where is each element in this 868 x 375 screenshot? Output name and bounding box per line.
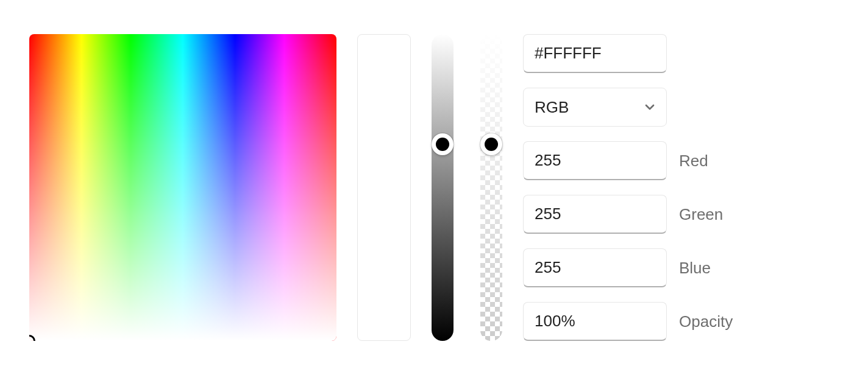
alpha-slider-track	[480, 34, 502, 341]
lightness-slider-handle[interactable]	[432, 133, 454, 155]
opacity-field-row: Opacity	[523, 302, 733, 341]
color-picker: RGB Red Green Blue Opacity	[29, 34, 839, 341]
color-swatch	[357, 34, 411, 341]
opacity-label: Opacity	[679, 312, 733, 331]
color-area-white-gradient	[29, 34, 336, 341]
green-field-row: Green	[523, 195, 733, 234]
green-label: Green	[679, 205, 723, 224]
opacity-input[interactable]	[523, 302, 667, 341]
lightness-slider-handle-inner	[436, 138, 449, 151]
hex-field-row	[523, 34, 733, 73]
slider-group	[432, 34, 502, 341]
alpha-slider-handle-inner	[485, 138, 498, 151]
green-input[interactable]	[523, 195, 667, 234]
blue-input[interactable]	[523, 248, 667, 287]
alpha-slider[interactable]	[480, 34, 502, 341]
hex-input[interactable]	[523, 34, 667, 73]
red-field-row: Red	[523, 141, 733, 180]
color-model-select[interactable]: RGB	[523, 88, 667, 127]
alpha-slider-handle[interactable]	[480, 133, 502, 155]
color-model-row: RGB	[523, 88, 733, 127]
lightness-slider[interactable]	[432, 34, 454, 341]
color-area[interactable]	[29, 34, 336, 341]
red-label: Red	[679, 152, 708, 170]
red-input[interactable]	[523, 141, 667, 180]
fields-column: RGB Red Green Blue Opacity	[523, 34, 733, 341]
blue-label: Blue	[679, 259, 711, 278]
chevron-down-icon	[644, 102, 655, 113]
blue-field-row: Blue	[523, 248, 733, 287]
lightness-slider-track	[432, 34, 454, 341]
color-model-value: RGB	[535, 98, 569, 117]
